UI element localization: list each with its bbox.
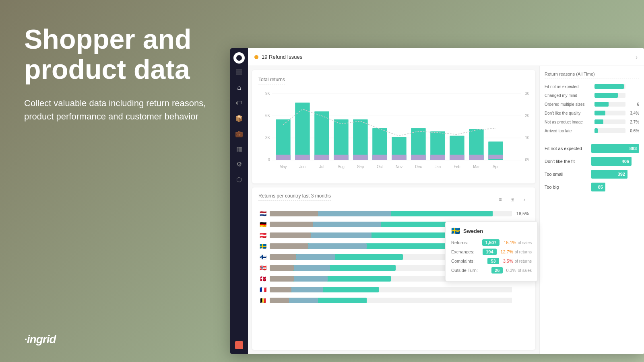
svg-rect-13: [276, 155, 290, 160]
dashboard-panel: ⌂ 🏷 📦 💼 ▦ ⚙ ⬡ 19 Refund Issues › Total r…: [230, 48, 644, 354]
svg-text:20%: 20%: [525, 113, 529, 118]
ext-bar-fit: Fit not as expected 883: [545, 144, 639, 153]
svg-rect-14: [295, 103, 310, 160]
sidebar-item-barcode[interactable]: ▦: [233, 142, 246, 155]
svg-text:Sep: Sep: [357, 164, 364, 169]
left-text-panel: Shopper and product data Collect valuabl…: [24, 24, 225, 123]
svg-text:Feb: Feb: [454, 164, 460, 169]
sidebar-item-settings[interactable]: ⚙: [233, 158, 246, 171]
total-returns-title: Total returns: [258, 77, 285, 84]
expand-btn[interactable]: ›: [520, 195, 529, 204]
svg-text:9K: 9K: [265, 91, 270, 96]
sidebar-item-portfolio[interactable]: 💼: [233, 127, 246, 140]
ext-bar-toosmall: Too small 392: [545, 170, 639, 179]
country-returns-card: Returns per country last 3 months ≡ ⊞ › …: [252, 187, 535, 350]
reason-value-image: 2,7%: [627, 120, 639, 124]
tooltip-pct-complaints: 3.5%: [503, 259, 513, 263]
svg-text:May: May: [279, 164, 287, 169]
tooltip-label-exchanges: Exchanges:: [451, 249, 474, 254]
country-chart-actions: ≡ ⊞ ›: [496, 195, 529, 204]
notification-bar[interactable]: 19 Refund Issues ›: [248, 48, 644, 66]
ext-bar-dontlike: Don't like the fit 406: [545, 157, 639, 166]
sidebar-item-home[interactable]: ⌂: [233, 81, 246, 94]
svg-rect-23: [372, 155, 387, 160]
reason-label-fit: Fit not as expected: [545, 84, 593, 89]
bar-fr: [270, 287, 512, 292]
reason-label-mind: Changed my mind: [545, 93, 593, 98]
tooltip-value-outside: 26: [491, 267, 503, 274]
svg-text:Jan: Jan: [435, 164, 441, 169]
filter-btn[interactable]: ≡: [496, 195, 505, 204]
svg-rect-29: [430, 155, 445, 160]
flag-no: 🇳🇴: [258, 265, 267, 271]
main-content: 19 Refund Issues › Total returns: [248, 48, 644, 354]
tooltip-pct-exchanges: 12.7%: [501, 249, 513, 254]
reason-row-multiple: Ordered multiple sizes 6: [545, 102, 639, 107]
right-panel: Return reasons (All Time) Fit not as exp…: [539, 66, 644, 354]
svg-text:Jul: Jul: [319, 164, 324, 169]
tooltip-label-complaints: Complaints:: [451, 259, 475, 263]
tooltip-value-exchanges: 194: [483, 249, 496, 255]
svg-text:0%: 0%: [525, 158, 529, 162]
reason-value-late: 0,6%: [627, 129, 639, 133]
bar-be: [270, 298, 512, 303]
ext-label-dontlike: Don't like the fit: [545, 159, 589, 164]
country-returns-title: Returns per country last 3 months: [258, 193, 331, 201]
sidebar-logo: [233, 52, 245, 64]
flag-de: 🇩🇪: [258, 221, 267, 228]
svg-text:0: 0: [268, 158, 270, 162]
ext-bar-fill-toosmall: 392: [591, 170, 627, 179]
reason-bar-image: [594, 119, 625, 124]
svg-rect-18: [334, 119, 348, 160]
main-heading: Shopper and product data: [24, 24, 225, 84]
reason-bar-quality: [594, 111, 625, 115]
svg-text:3K: 3K: [265, 136, 270, 140]
tooltip-row-exchanges: Exchanges: 194 12.7% of returns: [451, 249, 532, 255]
flag-dk: 🇩🇰: [258, 276, 267, 282]
svg-rect-25: [392, 155, 406, 160]
svg-rect-15: [295, 155, 310, 160]
svg-rect-20: [353, 119, 367, 160]
flag-be: 🇧🇪: [258, 297, 267, 304]
svg-rect-33: [469, 155, 483, 160]
return-reasons-title: Return reasons (All Time): [545, 72, 639, 78]
tooltip-row-outside: Outside Turn: 26 0.3% of sales: [451, 267, 532, 274]
sidebar-exit[interactable]: [235, 341, 243, 349]
sidebar-item-connections[interactable]: ⬡: [233, 173, 246, 186]
left-charts: Total returns 9K 6K 3K 0: [248, 66, 539, 354]
svg-rect-17: [314, 155, 329, 160]
tooltip-pct-label-returns: of sales: [518, 241, 532, 245]
svg-text:Jun: Jun: [299, 164, 306, 169]
svg-text:10%: 10%: [525, 136, 529, 140]
ext-value-toobig: 85: [598, 185, 603, 189]
reason-row-late: Arrived too late 0,6%: [545, 128, 639, 133]
ext-bar-fill-fit: 883: [591, 144, 639, 153]
tooltip-row-returns: Returns: 1,507 15.1% of sales: [451, 239, 532, 246]
sidebar: ⌂ 🏷 📦 💼 ▦ ⚙ ⬡: [230, 48, 248, 354]
tooltip-label-returns: Returns:: [451, 240, 468, 245]
pct-nl: 18,5%: [514, 211, 529, 216]
flag-nl: 🇳🇱: [258, 210, 267, 217]
total-returns-card: Total returns 9K 6K 3K 0: [252, 70, 535, 183]
tooltip-pct-returns: 15.1%: [504, 240, 516, 245]
country-row-fr: 🇫🇷: [258, 286, 529, 294]
svg-rect-31: [450, 155, 464, 160]
reason-value-multiple: 6: [627, 102, 639, 107]
chart-type-btn[interactable]: ⊞: [508, 195, 517, 204]
reason-bar-multiple: [594, 102, 625, 107]
svg-text:Apr: Apr: [493, 164, 499, 169]
sidebar-item-box[interactable]: 📦: [233, 112, 246, 125]
ext-bar-fill-toobig: 85: [591, 183, 605, 191]
tooltip-flag: 🇸🇪: [451, 226, 460, 235]
tooltip-country: Sweden: [463, 228, 483, 234]
flag-se: 🇸🇪: [258, 243, 267, 249]
notification-arrow: ›: [636, 54, 638, 60]
main-description: Collect valuable data including return r…: [24, 97, 225, 123]
svg-text:Nov: Nov: [396, 164, 403, 169]
svg-rect-19: [334, 155, 348, 160]
svg-text:Oct: Oct: [377, 164, 383, 169]
sidebar-toggle[interactable]: [234, 68, 244, 76]
sidebar-item-tag[interactable]: 🏷: [233, 97, 246, 109]
tooltip-row-complaints: Complaints: 53 3.5% of returns: [451, 258, 532, 264]
ingrid-logo: ·ingrid: [24, 333, 56, 346]
